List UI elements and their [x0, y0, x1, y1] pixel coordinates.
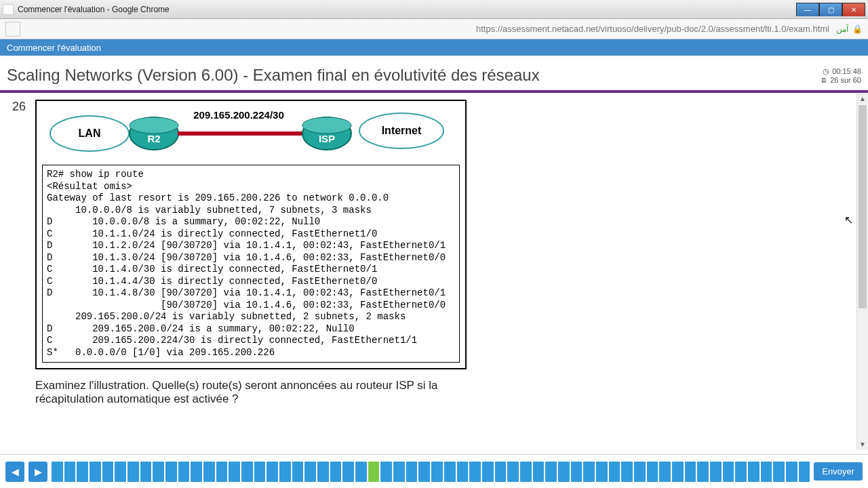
question-cell-10[interactable] — [165, 462, 177, 482]
exam-meta: 00:15:48 26 sur 60 — [821, 67, 861, 84]
question-cell-3[interactable] — [77, 462, 88, 482]
svg-point-5 — [302, 117, 351, 134]
question-cell-24[interactable] — [342, 462, 354, 482]
question-cell-6[interactable] — [115, 462, 126, 482]
question-cell-58[interactable] — [773, 462, 785, 482]
question-cell-55[interactable] — [735, 462, 747, 482]
exhibit-frame: LAN R2 209.165.200.224/30 ISP Internet — [35, 100, 467, 369]
question-cell-35[interactable] — [482, 462, 494, 482]
question-cell-57[interactable] — [761, 462, 772, 482]
question-cell-19[interactable] — [279, 462, 291, 482]
question-cell-38[interactable] — [520, 462, 532, 482]
question-cell-21[interactable] — [304, 462, 316, 482]
submit-button[interactable]: Envoyer — [814, 462, 863, 481]
close-button[interactable]: ✕ — [842, 3, 865, 16]
question-cell-4[interactable] — [90, 462, 101, 482]
window-titlebar: Commencer l'évaluation - Google Chrome —… — [0, 0, 868, 19]
question-cell-31[interactable] — [431, 462, 443, 482]
scroll-down-icon[interactable]: ▼ — [857, 439, 868, 450]
question-cell-1[interactable] — [52, 462, 63, 482]
question-cell-11[interactable] — [178, 462, 190, 482]
question-cell-9[interactable] — [153, 462, 164, 482]
question-cell-52[interactable] — [697, 462, 709, 482]
question-cell-37[interactable] — [507, 462, 519, 482]
question-cell-13[interactable] — [203, 462, 215, 482]
exam-header: Scaling Networks (Version 6.00) - Examen… — [0, 56, 868, 93]
question-nav: ◀ ▶ Envoyer — [0, 454, 868, 488]
question-cell-27[interactable] — [380, 462, 392, 482]
question-cell-12[interactable] — [191, 462, 202, 482]
next-button[interactable]: ▶ — [28, 462, 47, 482]
window-title: Commencer l'évaluation - Google Chrome — [18, 5, 796, 14]
question-cell-22[interactable] — [317, 462, 329, 482]
question-cell-54[interactable] — [723, 462, 734, 482]
question-cell-53[interactable] — [710, 462, 722, 482]
exam-timer: 00:15:48 — [832, 67, 861, 75]
question-cell-16[interactable] — [241, 462, 253, 482]
question-cell-40[interactable] — [545, 462, 557, 482]
cli-output: R2# show ip route <Résultat omis> Gatewa… — [42, 165, 460, 363]
question-cell-5[interactable] — [102, 462, 114, 482]
question-cell-48[interactable] — [647, 462, 658, 482]
question-cell-43[interactable] — [583, 462, 595, 482]
question-cell-49[interactable] — [659, 462, 671, 482]
question-cell-20[interactable] — [292, 462, 304, 482]
question-cell-15[interactable] — [229, 462, 240, 482]
exam-title: Scaling Networks (Version 6.00) - Examen… — [7, 66, 821, 85]
question-cell-26[interactable] — [368, 462, 380, 482]
question-cell-14[interactable] — [216, 462, 228, 482]
page-icon — [5, 22, 20, 37]
exam-page: Scaling Networks (Version 6.00) - Examen… — [0, 56, 868, 454]
internet-label: Internet — [382, 125, 422, 136]
scroll-up-icon[interactable]: ▲ — [857, 93, 868, 104]
lock-icon: 🔒 — [852, 24, 863, 34]
question-cell-47[interactable] — [634, 462, 646, 482]
question-cell-34[interactable] — [469, 462, 481, 482]
question-cell-29[interactable] — [406, 462, 418, 482]
question-cell-32[interactable] — [444, 462, 456, 482]
question-cell-23[interactable] — [330, 462, 342, 482]
question-cell-59[interactable] — [786, 462, 797, 482]
question-cell-51[interactable] — [685, 462, 696, 482]
question-cell-2[interactable] — [64, 462, 76, 482]
question-cell-8[interactable] — [140, 462, 152, 482]
clock-icon — [823, 67, 829, 76]
scroll-thumb[interactable] — [859, 105, 867, 308]
question-cell-56[interactable] — [748, 462, 760, 482]
question-cell-18[interactable] — [267, 462, 278, 482]
question-cell-17[interactable] — [254, 462, 266, 482]
question-cell-25[interactable] — [355, 462, 367, 482]
question-cell-30[interactable] — [418, 462, 430, 482]
mouse-cursor-icon: ↖ — [844, 214, 853, 226]
network-diagram: LAN R2 209.165.200.224/30 ISP Internet — [37, 101, 465, 163]
question-cell-28[interactable] — [393, 462, 405, 482]
question-cell-36[interactable] — [495, 462, 507, 482]
question-cell-45[interactable] — [609, 462, 620, 482]
minimize-button[interactable]: — — [796, 3, 819, 16]
question-cell-33[interactable] — [457, 462, 469, 482]
question-grid — [52, 462, 810, 482]
question-cell-44[interactable] — [596, 462, 608, 482]
link-label: 209.165.200.224/30 — [193, 109, 283, 121]
question-text: Examinez l'illustration. Quelle(s) route… — [35, 379, 469, 406]
question-cell-42[interactable] — [571, 462, 583, 482]
maximize-button[interactable]: ▢ — [819, 3, 842, 16]
svg-point-2 — [130, 117, 178, 134]
prev-button[interactable]: ◀ — [5, 462, 24, 482]
doc-icon — [821, 76, 827, 84]
question-cell-7[interactable] — [127, 462, 139, 482]
question-cell-41[interactable] — [558, 462, 570, 482]
isp-label: ISP — [319, 133, 335, 144]
question-cell-39[interactable] — [533, 462, 545, 482]
address-bar: https://assessment.netacad.net/virtuoso/… — [0, 19, 868, 39]
breadcrumb-bar: Commencer l'évaluation — [0, 39, 868, 56]
question-number: 26 — [12, 100, 26, 114]
page-url[interactable]: https://assessment.netacad.net/virtuoso/… — [476, 24, 836, 34]
question-cell-60[interactable] — [799, 462, 810, 482]
window-controls: — ▢ ✕ — [796, 3, 865, 16]
question-cell-46[interactable] — [621, 462, 633, 482]
secure-label: آمن — [836, 24, 848, 34]
question-cell-50[interactable] — [672, 462, 684, 482]
scrollbar[interactable]: ▲ ▼ — [856, 93, 868, 450]
exam-progress: 26 sur 60 — [830, 76, 861, 84]
